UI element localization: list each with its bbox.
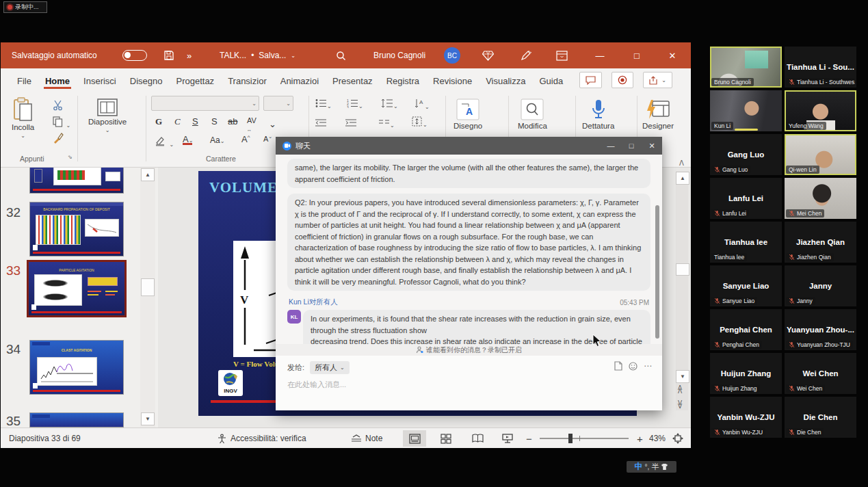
participant-tile[interactable]: Penghai ChenPenghai Chen: [710, 309, 782, 350]
font-name-select[interactable]: ⌄: [151, 96, 259, 111]
ime-punctuation-indicator[interactable]: °,: [645, 463, 650, 471]
scroll-down-icon[interactable]: ▼: [141, 412, 155, 425]
chat-visibility-notice[interactable]: 谁能看到你的消息？录制已开启: [276, 344, 662, 356]
zoom-in-button[interactable]: +: [637, 428, 643, 449]
chat-minimize-button[interactable]: —: [601, 137, 621, 155]
italic-button[interactable]: C: [174, 116, 181, 127]
premium-diamond-icon[interactable]: [482, 42, 494, 68]
slide-sorter-view-button[interactable]: [434, 430, 458, 447]
scrollbar-thumb[interactable]: [141, 278, 155, 296]
ribbon-tab-revisione[interactable]: Revisione: [426, 70, 479, 90]
edit-group-button[interactable]: Modifica: [518, 98, 547, 130]
ribbon-tab-home[interactable]: Home: [38, 70, 77, 90]
ime-language-indicator[interactable]: 中: [635, 461, 643, 473]
ime-width-indicator[interactable]: 半: [651, 462, 659, 472]
ime-status-bar[interactable]: 中 °, 半: [627, 461, 676, 473]
copy-button[interactable]: ⌄: [53, 116, 70, 130]
autosave-toggle[interactable]: [122, 42, 147, 68]
scroll-down-icon[interactable]: ▼: [676, 370, 689, 383]
participant-tile[interactable]: Tianhua leeTianhua lee: [710, 222, 782, 263]
scroll-up-icon[interactable]: ▲: [676, 172, 689, 185]
chat-scrollbar-thumb[interactable]: [655, 205, 659, 339]
comments-button[interactable]: [579, 72, 602, 88]
ribbon-tab-transizior[interactable]: Transizior: [221, 70, 274, 90]
slide-thumb-32[interactable]: BACKWARD PROPAGATION OF DEPOSIT: [29, 202, 124, 256]
reading-view-button[interactable]: [466, 430, 489, 447]
text-direction-button[interactable]: A⌄: [414, 98, 430, 111]
ribbon-tab-presentaz[interactable]: Presentaz: [326, 70, 380, 90]
decrease-indent-button[interactable]: [315, 118, 327, 130]
slide-counter[interactable]: Diapositiva 33 di 69: [9, 428, 81, 449]
document-title[interactable]: TALK...: [220, 51, 246, 60]
saved-chevron-icon[interactable]: ⌄: [291, 53, 295, 59]
line-spacing-button[interactable]: ⌄: [381, 98, 398, 111]
chat-message-bubble[interactable]: same), the larger its mobility. The larg…: [287, 159, 650, 188]
ribbon-tab-inserisci[interactable]: Inserisci: [77, 70, 123, 90]
laser-pen-icon[interactable]: [521, 42, 531, 68]
record-button[interactable]: [611, 72, 633, 88]
ribbon-tab-registra[interactable]: Registra: [380, 70, 426, 90]
numbering-button[interactable]: 123⌄: [347, 98, 363, 111]
designer-button[interactable]: Designer: [642, 98, 674, 130]
slide-thumb-34[interactable]: CLAST AGITATION: [29, 340, 124, 395]
ribbon-tab-file[interactable]: File: [10, 70, 38, 90]
clipboard-dialog-launcher-icon[interactable]: ⇘: [68, 154, 73, 160]
slide-thumb-35[interactable]: [29, 412, 124, 427]
next-slide-icon[interactable]: ᐯᐯ: [678, 402, 682, 408]
ribbon-display-options-icon[interactable]: [556, 42, 568, 68]
ribbon-tab-progettaz[interactable]: Progettaz: [169, 70, 221, 90]
zoom-level[interactable]: 43%: [649, 428, 666, 449]
chat-maximize-button[interactable]: □: [621, 137, 642, 155]
text-shadow-button[interactable]: S: [211, 116, 218, 127]
highlight-pen-button[interactable]: ⌄: [155, 135, 174, 149]
ribbon-tab-guida[interactable]: Guida: [532, 70, 570, 90]
participant-tile[interactable]: Gang LuoGang Luo: [710, 134, 782, 175]
participant-tile[interactable]: Yanbin Wu-ZJUYanbin Wu-ZJU: [710, 397, 782, 438]
ribbon-tab-disegno[interactable]: Disegno: [123, 70, 170, 90]
account-avatar[interactable]: BC: [444, 42, 460, 68]
chat-input[interactable]: [287, 380, 650, 389]
emoji-icon[interactable]: [629, 362, 637, 371]
more-options-icon[interactable]: ⋯: [644, 361, 653, 371]
zoom-slider-thumb[interactable]: [568, 434, 573, 443]
participant-tile[interactable]: Kun Li: [710, 90, 782, 131]
participant-tile[interactable]: Qi-wen Lin: [785, 134, 856, 175]
thumbnail-scrollbar[interactable]: ▲ ▼: [140, 168, 155, 427]
cut-button[interactable]: [53, 100, 64, 114]
save-icon[interactable]: [163, 42, 174, 68]
participant-tile[interactable]: Sanyue LiaoSanyue Liao: [710, 265, 782, 306]
scrollbar-thumb[interactable]: [676, 263, 689, 276]
fit-slide-button[interactable]: [672, 428, 683, 449]
minimize-button[interactable]: —: [586, 42, 614, 68]
format-painter-button[interactable]: [53, 133, 64, 146]
underline-button[interactable]: S: [192, 116, 198, 127]
bullets-button[interactable]: ⌄: [315, 98, 332, 111]
font-color-button[interactable]: A⌄: [183, 134, 193, 145]
participant-tile[interactable]: JannyJanny: [785, 265, 856, 306]
zoom-slider[interactable]: [540, 438, 629, 439]
account-name[interactable]: Bruno Cagnoli: [373, 42, 425, 68]
participant-tile[interactable]: Yuanyuan Zhou-...Yuanyuan Zhou-TJU: [785, 309, 856, 350]
strikethrough-button[interactable]: ab: [228, 116, 237, 127]
send-to-select[interactable]: 所有人 ⌄: [310, 361, 350, 374]
ribbon-tab-animazioi[interactable]: Animazioi: [274, 70, 326, 90]
editor-scrollbar[interactable]: ▲ ▼ ᐱᐱ ᐯᐯ: [674, 168, 689, 427]
increase-indent-button[interactable]: [345, 118, 357, 130]
slide-thumb-partial-top[interactable]: [29, 168, 124, 194]
align-text-button[interactable]: ⌄: [411, 116, 428, 129]
dictate-button[interactable]: Dettatura: [582, 98, 614, 130]
participant-tile[interactable]: Huijun ZhangHuijun Zhang: [710, 353, 782, 394]
chat-titlebar[interactable]: 聊天 — □ ✕: [276, 137, 662, 155]
bold-button[interactable]: G: [155, 116, 162, 127]
slide-thumb-33-selected[interactable]: PARTICLE AGITATION: [27, 260, 127, 317]
ribbon-tab-visualizza[interactable]: Visualizza: [479, 70, 532, 90]
participant-tile[interactable]: Mei Chen: [785, 178, 856, 219]
columns-button[interactable]: ⌄: [378, 118, 395, 130]
close-button[interactable]: ✕: [659, 42, 686, 68]
participant-tile[interactable]: Wei ChenWei Chen: [785, 353, 856, 394]
attach-file-icon[interactable]: [614, 361, 622, 371]
zoom-out-button[interactable]: −: [526, 428, 532, 449]
participant-tile[interactable]: Tianhua Li - Sou...Tianhua Li - Southwes…: [785, 47, 856, 88]
accessibility-status[interactable]: Accessibilità: verifica: [217, 428, 306, 449]
chat-close-button[interactable]: ✕: [642, 137, 662, 155]
